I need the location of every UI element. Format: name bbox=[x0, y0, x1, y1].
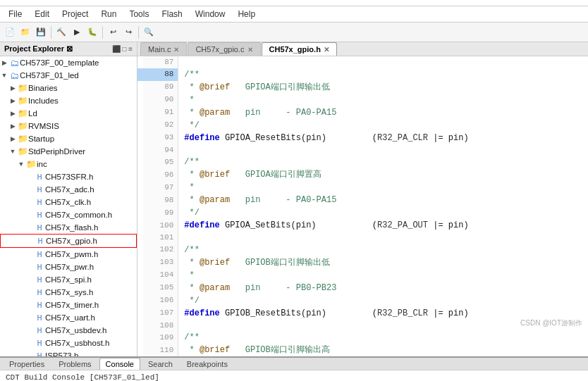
line-code-98[interactable]: * @param pin - PA0-PA15 bbox=[178, 194, 588, 206]
line-code-91[interactable]: * @param pin - PA0-PA15 bbox=[178, 106, 588, 119]
tab-close-ch57x_gpio_h[interactable]: ✕ bbox=[324, 46, 329, 54]
line-code-94[interactable] bbox=[178, 144, 588, 156]
tree-tri-inc[interactable]: ▼ bbox=[17, 161, 25, 168]
line-code-101[interactable] bbox=[178, 232, 588, 244]
line-code-99[interactable]: */ bbox=[178, 206, 588, 219]
menu-item-help[interactable]: Help bbox=[232, 8, 261, 20]
line-code-87[interactable] bbox=[178, 56, 588, 68]
tree-item-ch57x_usbhost[interactable]: H CH57x_usbhost.h bbox=[0, 337, 137, 349]
line-code-95[interactable]: /** bbox=[178, 156, 588, 168]
tree-item-ch573sfr[interactable]: H CH573SFR.h bbox=[0, 170, 137, 183]
btab-problems[interactable]: Problems bbox=[52, 358, 97, 370]
tree-item-ch57x_uart[interactable]: H CH57x_uart.h bbox=[0, 311, 137, 324]
line-code-89[interactable]: * @brief GPIOA端口引脚输出低 bbox=[178, 81, 588, 94]
line-code-97[interactable]: * bbox=[178, 181, 588, 194]
tree-item-ch57x_gpio[interactable]: H CH57x_gpio.h bbox=[0, 234, 137, 248]
tree-tri-rvmsis[interactable]: ▶ bbox=[8, 123, 17, 130]
line-code-92[interactable]: */ bbox=[178, 119, 588, 132]
tree-tri-binaries[interactable]: ▶ bbox=[8, 85, 17, 92]
btab-console[interactable]: Console bbox=[99, 358, 140, 370]
menu-item-project[interactable]: Project bbox=[56, 8, 94, 20]
toolbar-new[interactable]: 📄 bbox=[3, 25, 17, 39]
tree-item-ch57x_sys[interactable]: H CH57x_sys.h bbox=[0, 286, 137, 299]
line-code-110[interactable]: * @brief GPIOB端口引脚输出高 bbox=[178, 344, 588, 356]
menu-item-flash[interactable]: Flash bbox=[156, 8, 188, 20]
tree-item-isp573[interactable]: H ISP573.h bbox=[0, 349, 137, 356]
line-marker-102 bbox=[137, 244, 143, 256]
line-code-106[interactable]: */ bbox=[178, 294, 588, 307]
line-code-107[interactable]: #define GPIOB_ResetBits(pin) (R32_PB_CLR… bbox=[178, 307, 588, 320]
tree-tri-ch573f_00[interactable]: ▶ bbox=[0, 59, 8, 66]
tree-item-includes[interactable]: ▶ 📁 Includes bbox=[0, 94, 137, 107]
line-num-88: 88 bbox=[143, 68, 178, 81]
tree-item-startup[interactable]: ▶ 📁 Startup bbox=[0, 132, 137, 145]
line-code-105[interactable]: * @param pin - PB0-PB23 bbox=[178, 282, 588, 294]
tree-item-ch57x_pwr[interactable]: H CH57x_pwr.h bbox=[0, 261, 137, 273]
tree-tri-includes[interactable]: ▶ bbox=[8, 97, 17, 104]
line-code-103[interactable]: * @brief GPIOB端口引脚输出低 bbox=[178, 256, 588, 269]
menu-item-tools[interactable]: Tools bbox=[123, 8, 154, 20]
tree-item-ch57x_usbdev[interactable]: H CH57x_usbdev.h bbox=[0, 324, 137, 337]
toolbar-undo[interactable]: ↩ bbox=[106, 25, 120, 39]
tree-item-ch57x_timer[interactable]: H CH57x_timer.h bbox=[0, 299, 137, 311]
tree-tri-startup[interactable]: ▶ bbox=[8, 135, 17, 142]
tree-item-ch57x_adc[interactable]: H CH57x_adc.h bbox=[0, 183, 137, 196]
tree-item-ch57x_pwm[interactable]: H CH57x_pwm.h bbox=[0, 248, 137, 261]
tree-tri-stdperiph[interactable]: ▼ bbox=[8, 148, 17, 155]
tree-icon-ch573sfr: H bbox=[34, 171, 45, 182]
btab-breakpoints[interactable]: Breakpoints bbox=[180, 358, 234, 370]
line-num-97: 97 bbox=[143, 181, 178, 194]
tree-item-binaries[interactable]: ▶ 📁 Binaries bbox=[0, 82, 137, 94]
line-code-96[interactable]: * @brief GPIOA端口引脚置高 bbox=[178, 168, 588, 181]
line-code-109[interactable]: /** bbox=[178, 331, 588, 344]
tree-item-stdperiph[interactable]: ▼ 📁 StdPeriphDriver bbox=[0, 145, 137, 158]
tree-item-rvmsis[interactable]: ▶ 📁 RVMSIS bbox=[0, 120, 137, 132]
tree-tri-ch573f_01[interactable]: ▼ bbox=[0, 72, 8, 79]
line-num-93: 93 bbox=[143, 132, 178, 144]
tab-ch57x_gpio_c[interactable]: CH57x_gpio.c✕ bbox=[188, 42, 260, 56]
tree-item-ch573f_01[interactable]: ▼ 🗂 CH573F_01_led bbox=[0, 69, 137, 82]
btab-search[interactable]: Search bbox=[142, 358, 179, 370]
menu-item-window[interactable]: Window bbox=[190, 8, 231, 20]
line-code-93[interactable]: #define GPIOA_ResetBits(pin) (R32_PA_CLR… bbox=[178, 132, 588, 144]
line-code-104[interactable]: * bbox=[178, 269, 588, 282]
toolbar-open[interactable]: 📁 bbox=[18, 25, 32, 39]
tab-main_c[interactable]: Main.c✕ bbox=[140, 42, 187, 56]
tree-label-inc: inc bbox=[37, 160, 47, 168]
line-code-88[interactable]: /** bbox=[178, 68, 588, 81]
btab-properties[interactable]: Properties bbox=[3, 358, 51, 370]
menu-item-file[interactable]: File bbox=[3, 8, 27, 20]
tree-item-ch57x_common[interactable]: H CH57x_common.h bbox=[0, 208, 137, 221]
toolbar-save[interactable]: 💾 bbox=[34, 25, 48, 39]
tree-item-ch573f_00[interactable]: ▶ 🗂 CH573F_00_template bbox=[0, 56, 137, 69]
menu-item-edit[interactable]: Edit bbox=[29, 8, 55, 20]
toolbar-redo[interactable]: ↪ bbox=[121, 25, 135, 39]
tree-item-ch57x_clk[interactable]: H CH57x_clk.h bbox=[0, 196, 137, 208]
tree-item-ch57x_flash[interactable]: H CH57x_flash.h bbox=[0, 221, 137, 234]
tree-item-inc[interactable]: ▼ 📁 inc bbox=[0, 158, 137, 170]
toolbar-run[interactable]: ▶ bbox=[70, 25, 84, 39]
tree-label-startup: Startup bbox=[28, 135, 54, 143]
tree-label-ch57x_gpio: CH57x_gpio.h bbox=[46, 237, 97, 245]
tab-ch57x_gpio_h[interactable]: CH57x_gpio.h✕ bbox=[262, 42, 337, 56]
tree-icon-ch57x_gpio: H bbox=[35, 235, 46, 246]
tab-close-ch57x_gpio_c[interactable]: ✕ bbox=[247, 46, 253, 54]
line-marker-98 bbox=[137, 194, 143, 206]
line-code-102[interactable]: /** bbox=[178, 244, 588, 256]
line-marker-107 bbox=[137, 307, 143, 320]
code-line-96: 96 * @brief GPIOA端口引脚置高 bbox=[137, 168, 588, 181]
line-code-108[interactable] bbox=[178, 320, 588, 332]
menu-item-run[interactable]: Run bbox=[95, 8, 122, 20]
code-editor[interactable]: 8788/**89 * @brief GPIOA端口引脚输出低90 *91 * … bbox=[137, 56, 588, 356]
tree-item-ch57x_spi[interactable]: H CH57x_spi.h bbox=[0, 273, 137, 286]
tab-close-main_c[interactable]: ✕ bbox=[173, 46, 179, 54]
sidebar-actions[interactable]: ⬛ □ ≡ bbox=[112, 45, 133, 53]
line-code-100[interactable]: #define GPIOA_SetBits(pin) (R32_PA_OUT |… bbox=[178, 219, 588, 232]
toolbar-debug[interactable]: 🐛 bbox=[85, 25, 99, 39]
tree-tri-ld[interactable]: ▶ bbox=[8, 110, 17, 117]
toolbar-build[interactable]: 🔨 bbox=[54, 25, 68, 39]
tree-item-ld[interactable]: ▶ 📁 Ld bbox=[0, 107, 137, 120]
line-num-95: 95 bbox=[143, 156, 178, 168]
toolbar-search[interactable]: 🔍 bbox=[142, 25, 156, 39]
line-code-90[interactable]: * bbox=[178, 94, 588, 106]
